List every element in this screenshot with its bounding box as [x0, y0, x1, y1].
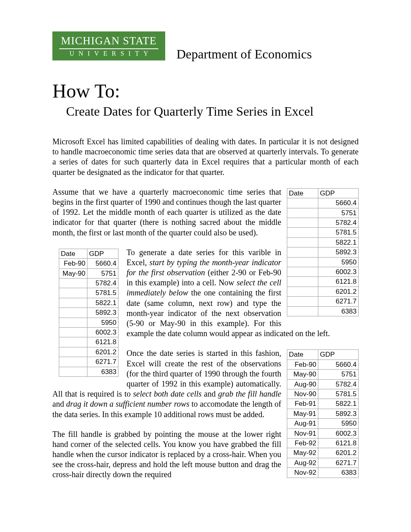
date-cell [59, 357, 87, 367]
date-cell [59, 318, 87, 327]
date-cell [59, 327, 87, 337]
date-cell: Aug-91 [287, 419, 318, 428]
date-cell [287, 277, 318, 287]
gdp-cell: 5950 [318, 257, 359, 267]
date-cell: Feb-90 [59, 259, 87, 268]
table-header-cell: Date [287, 188, 318, 198]
table-row: 5782.4 [59, 278, 118, 288]
table-row: Nov-905781.5 [287, 389, 359, 399]
department-heading: Department of Economics [176, 47, 312, 62]
paragraph-intro: Microsoft Excel has limited capabilities… [52, 137, 359, 177]
date-cell: May-90 [287, 370, 318, 379]
gdp-cell: 5781.5 [87, 288, 118, 298]
gdp-cell: 6383 [318, 306, 359, 316]
gdp-cell: 6121.8 [87, 337, 118, 347]
table-row: 5950 [59, 318, 118, 327]
gdp-cell: 6002.3 [87, 327, 118, 337]
date-cell [59, 288, 87, 298]
table-row: 6271.7 [287, 297, 359, 306]
date-cell [287, 218, 318, 227]
gdp-cell: 6271.7 [318, 297, 359, 306]
gdp-cell: 6201.2 [87, 347, 118, 357]
gdp-cell: 5751 [318, 208, 359, 218]
date-cell [287, 237, 318, 247]
logo-divider [59, 48, 158, 49]
gdp-cell: 5781.5 [318, 228, 359, 237]
gdp-cell: 5660.4 [318, 198, 359, 208]
table-row: Nov-916002.3 [287, 428, 359, 438]
document-body: Microsoft Excel has limited capabilities… [52, 137, 359, 480]
date-cell: Feb-92 [287, 438, 318, 448]
gdp-cell: 5751 [318, 370, 359, 379]
gdp-cell: 5782.4 [318, 218, 359, 227]
table-row: Nov-926383 [287, 468, 359, 478]
gdp-cell: 5950 [87, 318, 118, 327]
italic-run: drag it down a sufficient number rows [66, 399, 189, 408]
logo-text-top: MICHIGAN STATE [61, 35, 157, 46]
gdp-cell: 5660.4 [87, 259, 118, 268]
page: MICHIGAN STATE UNIVERSITY Department of … [0, 0, 411, 532]
table-right-2: DateGDPFeb-905660.4May-905751Aug-905782.… [287, 349, 359, 478]
table-row: 5781.5 [287, 228, 359, 237]
gdp-cell: 5950 [318, 419, 359, 428]
text-run: and [52, 399, 66, 408]
date-cell: Feb-91 [287, 399, 318, 409]
date-cell: May-92 [287, 448, 318, 458]
gdp-cell: 6383 [87, 367, 118, 376]
gdp-cell: 6002.3 [318, 428, 359, 438]
date-cell [287, 247, 318, 257]
table-row: May-905751 [287, 370, 359, 379]
gdp-cell: 5822.1 [318, 237, 359, 247]
table-row: 5822.1 [59, 298, 118, 308]
date-cell: May-91 [287, 409, 318, 418]
table-row: 5892.3 [287, 247, 359, 257]
table-row: 6201.2 [287, 287, 359, 296]
gdp-cell: 5892.3 [318, 409, 359, 418]
table-left-1: DateGDPFeb-905660.4May-9057515782.45781.… [59, 249, 118, 377]
title-subtitle: Create Dates for Quarterly Time Series i… [66, 104, 359, 119]
date-cell: Feb-90 [287, 360, 318, 369]
date-cell [59, 308, 87, 318]
date-cell: Aug-92 [287, 458, 318, 468]
table-row: 6121.8 [287, 277, 359, 287]
table-row: May-926201.2 [287, 448, 359, 458]
italic-run: grab the fill handle [218, 389, 281, 398]
date-cell [59, 347, 87, 357]
gdp-cell: 6383 [318, 468, 359, 478]
gdp-cell: 6121.8 [318, 438, 359, 448]
date-cell: Aug-90 [287, 379, 318, 389]
date-cell: Nov-92 [287, 468, 318, 478]
gdp-cell: 5782.4 [87, 278, 118, 288]
table-row: Feb-926121.8 [287, 438, 359, 448]
gdp-cell: 6201.2 [318, 287, 359, 296]
gdp-cell: 5781.5 [318, 389, 359, 399]
date-cell [287, 297, 318, 306]
table-row: May-915892.3 [287, 409, 359, 418]
gdp-cell: 6201.2 [318, 448, 359, 458]
title-block: How To: Create Dates for Quarterly Time … [52, 81, 359, 119]
title-main: How To: [52, 81, 359, 101]
table-row: 6201.2 [59, 347, 118, 357]
gdp-cell: 6271.7 [87, 357, 118, 367]
table-row: 6002.3 [59, 327, 118, 337]
gdp-cell: 5822.1 [318, 399, 359, 409]
table-row: 5782.4 [287, 218, 359, 227]
italic-run: select both date cells [133, 389, 201, 398]
table-row: 5751 [287, 208, 359, 218]
date-cell [287, 228, 318, 237]
table-row: 5660.4 [287, 198, 359, 208]
table-row: 6383 [59, 367, 118, 376]
gdp-cell: 5660.4 [318, 360, 359, 369]
table-header-cell: GDP [87, 249, 118, 258]
date-cell [287, 198, 318, 208]
date-cell [287, 287, 318, 296]
table-header-cell: Date [287, 350, 318, 360]
gdp-cell: 6271.7 [318, 458, 359, 468]
gdp-cell: 5892.3 [87, 308, 118, 318]
date-cell [59, 298, 87, 308]
table-row: 5822.1 [287, 237, 359, 247]
table-header-cell: Date [59, 249, 87, 258]
date-cell [59, 367, 87, 376]
table-row: May-905751 [59, 268, 118, 278]
logo-text-bottom: UNIVERSITY [65, 50, 153, 57]
